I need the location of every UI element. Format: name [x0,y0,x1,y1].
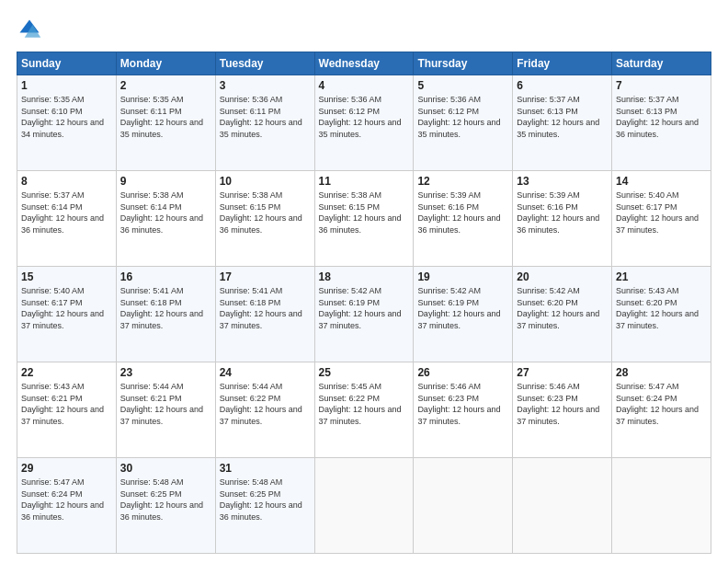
day-info: Sunrise: 5:38 AMSunset: 6:14 PMDaylight:… [120,190,203,235]
week-row-5: 29Sunrise: 5:47 AMSunset: 6:24 PMDayligh… [17,458,711,554]
calendar-cell: 12Sunrise: 5:39 AMSunset: 6:16 PMDayligh… [414,171,513,267]
day-number: 8 [21,175,112,188]
day-info: Sunrise: 5:36 AMSunset: 6:12 PMDaylight:… [319,95,402,139]
day-number: 5 [417,79,508,92]
day-number: 30 [120,462,211,475]
day-info: Sunrise: 5:42 AMSunset: 6:19 PMDaylight:… [417,286,500,330]
day-number: 11 [319,175,410,188]
day-info: Sunrise: 5:35 AMSunset: 6:10 PMDaylight:… [21,95,104,139]
day-info: Sunrise: 5:39 AMSunset: 6:16 PMDaylight:… [417,190,500,235]
calendar-cell: 3Sunrise: 5:36 AMSunset: 6:11 PMDaylight… [215,75,314,171]
day-info: Sunrise: 5:37 AMSunset: 6:13 PMDaylight:… [517,95,599,139]
day-number: 6 [517,79,608,92]
day-number: 25 [319,366,410,379]
header [17,17,711,42]
calendar-cell: 21Sunrise: 5:43 AMSunset: 6:20 PMDayligh… [612,267,711,362]
calendar-cell [612,458,711,554]
day-info: Sunrise: 5:40 AMSunset: 6:17 PMDaylight:… [616,190,699,235]
day-info: Sunrise: 5:39 AMSunset: 6:16 PMDaylight:… [517,190,599,235]
day-number: 12 [417,175,508,188]
day-number: 19 [417,270,508,283]
day-number: 1 [21,79,112,92]
day-number: 28 [616,366,707,379]
calendar-cell: 25Sunrise: 5:45 AMSunset: 6:22 PMDayligh… [314,362,414,458]
day-info: Sunrise: 5:43 AMSunset: 6:20 PMDaylight:… [616,286,699,330]
calendar-cell [414,458,513,554]
weekday-header-wednesday: Wednesday [314,52,414,75]
calendar-cell: 24Sunrise: 5:44 AMSunset: 6:22 PMDayligh… [215,362,314,458]
weekday-header-sunday: Sunday [17,52,117,75]
calendar-cell: 16Sunrise: 5:41 AMSunset: 6:18 PMDayligh… [116,267,215,362]
day-number: 18 [319,270,410,283]
calendar-cell [314,458,414,554]
calendar-cell: 5Sunrise: 5:36 AMSunset: 6:12 PMDaylight… [414,75,513,171]
day-number: 27 [517,366,608,379]
day-info: Sunrise: 5:45 AMSunset: 6:22 PMDaylight:… [319,382,402,426]
calendar-cell: 18Sunrise: 5:42 AMSunset: 6:19 PMDayligh… [314,267,414,362]
day-info: Sunrise: 5:41 AMSunset: 6:18 PMDaylight:… [220,286,302,330]
weekday-header-thursday: Thursday [414,52,513,75]
page: SundayMondayTuesdayWednesdayThursdayFrid… [0,0,728,563]
calendar-cell: 7Sunrise: 5:37 AMSunset: 6:13 PMDaylight… [612,75,711,171]
calendar-cell: 13Sunrise: 5:39 AMSunset: 6:16 PMDayligh… [513,171,612,267]
day-number: 4 [319,79,410,92]
day-info: Sunrise: 5:48 AMSunset: 6:25 PMDaylight:… [120,477,203,522]
calendar-cell: 22Sunrise: 5:43 AMSunset: 6:21 PMDayligh… [17,362,117,458]
calendar-cell: 14Sunrise: 5:40 AMSunset: 6:17 PMDayligh… [612,171,711,267]
calendar-cell: 1Sunrise: 5:35 AMSunset: 6:10 PMDaylight… [17,75,117,171]
day-number: 3 [220,79,311,92]
day-info: Sunrise: 5:42 AMSunset: 6:20 PMDaylight:… [517,286,599,330]
day-info: Sunrise: 5:35 AMSunset: 6:11 PMDaylight:… [120,95,203,139]
calendar-cell: 4Sunrise: 5:36 AMSunset: 6:12 PMDaylight… [314,75,414,171]
calendar-cell: 30Sunrise: 5:48 AMSunset: 6:25 PMDayligh… [116,458,215,554]
day-info: Sunrise: 5:44 AMSunset: 6:21 PMDaylight:… [120,382,203,426]
logo [17,17,46,42]
day-number: 16 [120,270,211,283]
day-number: 29 [21,462,112,475]
day-number: 17 [220,270,311,283]
day-info: Sunrise: 5:46 AMSunset: 6:23 PMDaylight:… [517,382,599,426]
calendar-cell: 26Sunrise: 5:46 AMSunset: 6:23 PMDayligh… [414,362,513,458]
day-info: Sunrise: 5:38 AMSunset: 6:15 PMDaylight:… [319,190,402,235]
day-number: 23 [120,366,211,379]
day-number: 15 [21,270,112,283]
calendar-cell: 6Sunrise: 5:37 AMSunset: 6:13 PMDaylight… [513,75,612,171]
calendar-cell: 19Sunrise: 5:42 AMSunset: 6:19 PMDayligh… [414,267,513,362]
day-info: Sunrise: 5:41 AMSunset: 6:18 PMDaylight:… [120,286,203,330]
day-info: Sunrise: 5:38 AMSunset: 6:15 PMDaylight:… [220,190,302,235]
calendar-cell: 29Sunrise: 5:47 AMSunset: 6:24 PMDayligh… [17,458,117,554]
week-row-4: 22Sunrise: 5:43 AMSunset: 6:21 PMDayligh… [17,362,711,458]
day-info: Sunrise: 5:36 AMSunset: 6:12 PMDaylight:… [417,95,500,139]
calendar-cell: 27Sunrise: 5:46 AMSunset: 6:23 PMDayligh… [513,362,612,458]
day-info: Sunrise: 5:44 AMSunset: 6:22 PMDaylight:… [220,382,302,426]
day-info: Sunrise: 5:42 AMSunset: 6:19 PMDaylight:… [319,286,402,330]
day-number: 22 [21,366,112,379]
day-number: 14 [616,175,707,188]
calendar-cell: 28Sunrise: 5:47 AMSunset: 6:24 PMDayligh… [612,362,711,458]
calendar-cell: 10Sunrise: 5:38 AMSunset: 6:15 PMDayligh… [215,171,314,267]
calendar-cell: 23Sunrise: 5:44 AMSunset: 6:21 PMDayligh… [116,362,215,458]
calendar-cell: 20Sunrise: 5:42 AMSunset: 6:20 PMDayligh… [513,267,612,362]
day-info: Sunrise: 5:43 AMSunset: 6:21 PMDaylight:… [21,382,104,426]
logo-icon [17,17,42,42]
week-row-3: 15Sunrise: 5:40 AMSunset: 6:17 PMDayligh… [17,267,711,362]
calendar-cell: 11Sunrise: 5:38 AMSunset: 6:15 PMDayligh… [314,171,414,267]
day-number: 7 [616,79,707,92]
calendar-cell: 15Sunrise: 5:40 AMSunset: 6:17 PMDayligh… [17,267,117,362]
day-number: 9 [120,175,211,188]
day-number: 20 [517,270,608,283]
weekday-header-monday: Monday [116,52,215,75]
day-info: Sunrise: 5:37 AMSunset: 6:13 PMDaylight:… [616,95,699,139]
day-number: 24 [220,366,311,379]
day-info: Sunrise: 5:37 AMSunset: 6:14 PMDaylight:… [21,190,104,235]
calendar-cell: 17Sunrise: 5:41 AMSunset: 6:18 PMDayligh… [215,267,314,362]
day-info: Sunrise: 5:48 AMSunset: 6:25 PMDaylight:… [220,477,302,522]
day-info: Sunrise: 5:40 AMSunset: 6:17 PMDaylight:… [21,286,104,330]
calendar-table: SundayMondayTuesdayWednesdayThursdayFrid… [17,52,711,554]
day-number: 13 [517,175,608,188]
day-info: Sunrise: 5:36 AMSunset: 6:11 PMDaylight:… [220,95,302,139]
day-number: 10 [220,175,311,188]
day-info: Sunrise: 5:47 AMSunset: 6:24 PMDaylight:… [616,382,699,426]
weekday-header-saturday: Saturday [612,52,711,75]
calendar-cell: 2Sunrise: 5:35 AMSunset: 6:11 PMDaylight… [116,75,215,171]
